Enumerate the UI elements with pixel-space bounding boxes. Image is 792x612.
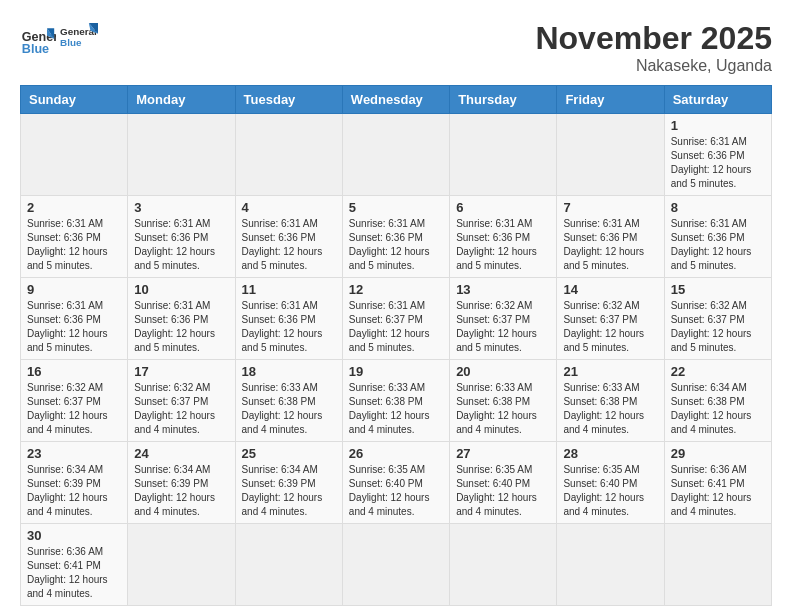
calendar-week-1: 1Sunrise: 6:31 AMSunset: 6:36 PMDaylight… [21,114,772,196]
calendar-cell [21,114,128,196]
calendar-cell: 5Sunrise: 6:31 AMSunset: 6:36 PMDaylight… [342,196,449,278]
logo: General Blue General Blue [20,20,98,58]
calendar-cell: 8Sunrise: 6:31 AMSunset: 6:36 PMDaylight… [664,196,771,278]
day-number: 17 [134,364,228,379]
day-number: 13 [456,282,550,297]
day-number: 26 [349,446,443,461]
weekday-header-monday: Monday [128,86,235,114]
day-info: Sunrise: 6:35 AMSunset: 6:40 PMDaylight:… [349,463,443,519]
calendar-cell: 17Sunrise: 6:32 AMSunset: 6:37 PMDayligh… [128,360,235,442]
day-number: 14 [563,282,657,297]
day-info: Sunrise: 6:32 AMSunset: 6:37 PMDaylight:… [563,299,657,355]
calendar-cell [342,114,449,196]
day-info: Sunrise: 6:31 AMSunset: 6:36 PMDaylight:… [134,299,228,355]
day-number: 3 [134,200,228,215]
day-number: 15 [671,282,765,297]
day-info: Sunrise: 6:33 AMSunset: 6:38 PMDaylight:… [456,381,550,437]
weekday-header-wednesday: Wednesday [342,86,449,114]
day-info: Sunrise: 6:33 AMSunset: 6:38 PMDaylight:… [242,381,336,437]
svg-text:Blue: Blue [60,37,82,48]
day-number: 7 [563,200,657,215]
day-info: Sunrise: 6:36 AMSunset: 6:41 PMDaylight:… [27,545,121,601]
calendar-cell: 15Sunrise: 6:32 AMSunset: 6:37 PMDayligh… [664,278,771,360]
day-number: 25 [242,446,336,461]
day-info: Sunrise: 6:31 AMSunset: 6:36 PMDaylight:… [456,217,550,273]
calendar-cell: 4Sunrise: 6:31 AMSunset: 6:36 PMDaylight… [235,196,342,278]
day-info: Sunrise: 6:35 AMSunset: 6:40 PMDaylight:… [456,463,550,519]
calendar-cell: 26Sunrise: 6:35 AMSunset: 6:40 PMDayligh… [342,442,449,524]
day-number: 24 [134,446,228,461]
calendar-week-4: 16Sunrise: 6:32 AMSunset: 6:37 PMDayligh… [21,360,772,442]
calendar-cell: 10Sunrise: 6:31 AMSunset: 6:36 PMDayligh… [128,278,235,360]
calendar-cell [128,114,235,196]
logo-icon: General Blue [20,21,56,57]
calendar-cell [557,524,664,606]
title-block: November 2025 Nakaseke, Uganda [535,20,772,75]
day-number: 18 [242,364,336,379]
day-info: Sunrise: 6:34 AMSunset: 6:39 PMDaylight:… [242,463,336,519]
weekday-header-tuesday: Tuesday [235,86,342,114]
calendar-cell: 22Sunrise: 6:34 AMSunset: 6:38 PMDayligh… [664,360,771,442]
calendar-cell [235,524,342,606]
page-header: General Blue General Blue November 2025 … [20,20,772,75]
calendar-cell: 27Sunrise: 6:35 AMSunset: 6:40 PMDayligh… [450,442,557,524]
calendar-cell: 28Sunrise: 6:35 AMSunset: 6:40 PMDayligh… [557,442,664,524]
day-number: 22 [671,364,765,379]
calendar-cell: 12Sunrise: 6:31 AMSunset: 6:37 PMDayligh… [342,278,449,360]
day-number: 4 [242,200,336,215]
location-subtitle: Nakaseke, Uganda [535,57,772,75]
day-info: Sunrise: 6:34 AMSunset: 6:39 PMDaylight:… [27,463,121,519]
day-number: 28 [563,446,657,461]
day-info: Sunrise: 6:35 AMSunset: 6:40 PMDaylight:… [563,463,657,519]
day-info: Sunrise: 6:32 AMSunset: 6:37 PMDaylight:… [671,299,765,355]
day-number: 10 [134,282,228,297]
day-info: Sunrise: 6:31 AMSunset: 6:36 PMDaylight:… [671,135,765,191]
calendar-cell: 25Sunrise: 6:34 AMSunset: 6:39 PMDayligh… [235,442,342,524]
calendar-cell: 23Sunrise: 6:34 AMSunset: 6:39 PMDayligh… [21,442,128,524]
calendar-cell: 18Sunrise: 6:33 AMSunset: 6:38 PMDayligh… [235,360,342,442]
calendar-cell [342,524,449,606]
weekday-header-friday: Friday [557,86,664,114]
day-info: Sunrise: 6:32 AMSunset: 6:37 PMDaylight:… [456,299,550,355]
day-number: 1 [671,118,765,133]
day-info: Sunrise: 6:34 AMSunset: 6:39 PMDaylight:… [134,463,228,519]
calendar-cell: 20Sunrise: 6:33 AMSunset: 6:38 PMDayligh… [450,360,557,442]
calendar-cell: 1Sunrise: 6:31 AMSunset: 6:36 PMDaylight… [664,114,771,196]
weekday-header-thursday: Thursday [450,86,557,114]
calendar-cell [128,524,235,606]
day-info: Sunrise: 6:31 AMSunset: 6:36 PMDaylight:… [671,217,765,273]
day-number: 16 [27,364,121,379]
day-number: 30 [27,528,121,543]
day-number: 27 [456,446,550,461]
calendar-cell: 19Sunrise: 6:33 AMSunset: 6:38 PMDayligh… [342,360,449,442]
calendar-cell: 9Sunrise: 6:31 AMSunset: 6:36 PMDaylight… [21,278,128,360]
calendar-table: SundayMondayTuesdayWednesdayThursdayFrid… [20,85,772,606]
day-number: 12 [349,282,443,297]
day-info: Sunrise: 6:31 AMSunset: 6:36 PMDaylight:… [27,299,121,355]
day-info: Sunrise: 6:34 AMSunset: 6:38 PMDaylight:… [671,381,765,437]
logo-bird-icon: General Blue [60,20,98,58]
day-info: Sunrise: 6:32 AMSunset: 6:37 PMDaylight:… [27,381,121,437]
day-info: Sunrise: 6:31 AMSunset: 6:36 PMDaylight:… [563,217,657,273]
calendar-week-2: 2Sunrise: 6:31 AMSunset: 6:36 PMDaylight… [21,196,772,278]
calendar-cell: 7Sunrise: 6:31 AMSunset: 6:36 PMDaylight… [557,196,664,278]
weekday-header-sunday: Sunday [21,86,128,114]
day-number: 2 [27,200,121,215]
day-number: 23 [27,446,121,461]
day-number: 8 [671,200,765,215]
day-number: 29 [671,446,765,461]
calendar-cell: 16Sunrise: 6:32 AMSunset: 6:37 PMDayligh… [21,360,128,442]
calendar-cell [664,524,771,606]
calendar-cell: 21Sunrise: 6:33 AMSunset: 6:38 PMDayligh… [557,360,664,442]
day-number: 11 [242,282,336,297]
svg-text:Blue: Blue [22,42,49,56]
day-info: Sunrise: 6:31 AMSunset: 6:36 PMDaylight:… [134,217,228,273]
calendar-cell [235,114,342,196]
weekday-header-saturday: Saturday [664,86,771,114]
calendar-cell: 3Sunrise: 6:31 AMSunset: 6:36 PMDaylight… [128,196,235,278]
calendar-cell: 29Sunrise: 6:36 AMSunset: 6:41 PMDayligh… [664,442,771,524]
day-info: Sunrise: 6:32 AMSunset: 6:37 PMDaylight:… [134,381,228,437]
day-number: 21 [563,364,657,379]
calendar-week-5: 23Sunrise: 6:34 AMSunset: 6:39 PMDayligh… [21,442,772,524]
day-number: 5 [349,200,443,215]
